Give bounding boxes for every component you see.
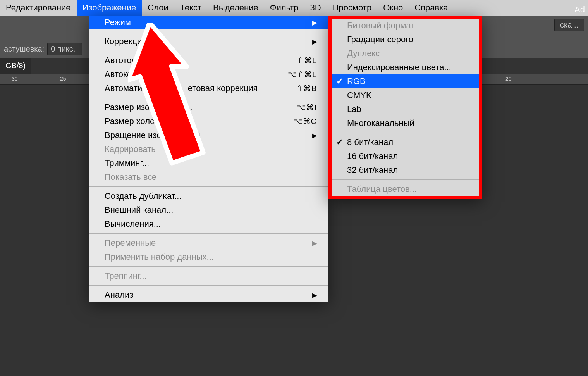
menu-item-calculations[interactable]: Вычисления... [89, 217, 328, 231]
menu-item-crop: Кадрировать [89, 142, 328, 156]
menu-view[interactable]: Просмотр [327, 0, 377, 16]
menu-item-label: Коррекци [105, 36, 142, 47]
menu-separator [89, 285, 328, 286]
menu-item-label: Lab [347, 104, 361, 114]
menu-item-label: Битовый формат [347, 21, 414, 31]
submenu-arrow-icon: ▶ [312, 240, 317, 247]
menu-item-mode[interactable]: Режим ▶ [89, 16, 328, 29]
menu-item-label: Вращение изображения [105, 130, 200, 140]
mode-item-multichannel[interactable]: Многоканальный [332, 116, 479, 130]
menu-item-image-rotation[interactable]: Вращение изображения ▶ [89, 128, 328, 142]
mode-item-color-table: Таблица цветов... [332, 182, 479, 196]
menu-layers[interactable]: Слои [142, 0, 174, 16]
mode-item-32bit[interactable]: 32 бит/канал [332, 163, 479, 177]
shortcut-text: ⇧⌘L [297, 56, 317, 65]
menu-item-reveal-all: Показать все [89, 170, 328, 184]
menu-separator [89, 51, 328, 51]
menu-edit[interactable]: Редактирование [0, 0, 77, 16]
menu-item-label: Таблица цветов... [347, 184, 417, 194]
submenu-arrow-icon: ▶ [312, 132, 317, 139]
shortcut-text: ⌥⇧⌘L [288, 70, 317, 79]
menu-item-label: Индексированные цвета... [347, 62, 451, 72]
menu-item-label: Показать все [105, 172, 156, 182]
image-menu-dropdown: Режим ▶ Коррекци ▶ Автотон ⇧⌘L Автоконтр… [89, 16, 328, 302]
mode-item-indexed-color[interactable]: Индексированные цвета... [332, 60, 479, 74]
mode-item-grayscale[interactable]: Градации серого [332, 33, 479, 47]
menu-item-label: Кадрировать [105, 144, 156, 154]
menu-item-autocolor[interactable]: Автоматическ етовая коррекция ⇧⌘B [89, 81, 328, 95]
mode-item-lab[interactable]: Lab [332, 102, 479, 116]
shortcut-text: ⌥⌘C [294, 117, 317, 126]
menubar: Редактирование Изображение Слои Текст Вы… [0, 0, 588, 16]
ruler-mark: 30 [12, 76, 18, 82]
menu-separator [89, 266, 328, 267]
menu-item-analysis[interactable]: Анализ ▶ [89, 288, 328, 302]
menu-item-apply-data-set: Применить набор данных... [89, 250, 328, 264]
checkmark-icon: ✓ [336, 137, 343, 147]
menu-item-label: Размер холста... [105, 116, 170, 126]
menu-item-label: Размер изобр .. [105, 102, 193, 112]
submenu-arrow-icon: ▶ [312, 38, 317, 45]
menu-item-label: Анализ [105, 290, 133, 300]
ruler-mark: 20 [505, 76, 512, 82]
menu-item-label: Режим [105, 17, 131, 28]
menu-item-label: Внешний канал... [105, 205, 173, 215]
feather-field[interactable] [47, 43, 82, 55]
shortcut-text: ⌥⌘I [297, 103, 317, 112]
menu-image[interactable]: Изображение [77, 0, 142, 16]
menu-item-autocontrast[interactable]: Автоконтр ⌥⇧⌘L [89, 67, 328, 81]
menu-separator [89, 233, 328, 234]
feather-label: астушевка: [4, 45, 44, 53]
menu-item-trim[interactable]: Тримминг... [89, 156, 328, 170]
mode-item-rgb[interactable]: ✓ RGB [332, 74, 479, 88]
menu-separator [89, 32, 328, 32]
mode-item-cmyk[interactable]: CMYK [332, 88, 479, 102]
submenu-arrow-icon: ▶ [312, 291, 317, 299]
menu-item-label: Многоканальный [347, 118, 414, 128]
menu-item-apply-image[interactable]: Внешний канал... [89, 203, 328, 217]
menu-filter[interactable]: Фильтр [264, 0, 304, 16]
menu-help[interactable]: Справка [409, 0, 454, 16]
menu-item-label: Автотон [105, 55, 136, 66]
menu-item-image-size[interactable]: Размер изобр .. ⌥⌘I [89, 100, 328, 114]
menu-item-label: Применить набор данных... [105, 252, 214, 262]
menu-item-label: Переменные [105, 238, 156, 248]
menu-item-label: RGB [347, 76, 366, 86]
menu-item-label: 8 бит/канал [347, 137, 393, 147]
document-tab[interactable]: GB/8) [0, 58, 31, 74]
menu-separator [89, 186, 328, 187]
menu-item-label: Автоматическ етовая коррекция [105, 83, 258, 93]
menu-item-label: CMYK [347, 90, 372, 100]
menu-item-trap: Треппинг... [89, 269, 328, 283]
menu-window[interactable]: Окно [377, 0, 409, 16]
menu-item-autotone[interactable]: Автотон ⇧⌘L [89, 53, 328, 67]
menu-separator [89, 98, 328, 98]
menu-item-label: Дуплекс [347, 48, 380, 59]
right-label: Ad [574, 5, 585, 15]
mode-item-duotone: Дуплекс [332, 47, 479, 60]
shortcut-text: ⇧⌘B [296, 84, 317, 93]
menu-separator [332, 133, 479, 133]
ruler-mark: 25 [60, 76, 66, 82]
menu-item-label: Градации серого [347, 34, 413, 45]
menu-item-adjustments[interactable]: Коррекци ▶ [89, 34, 328, 48]
mode-item-bitmap: Битовый формат [332, 19, 479, 33]
menu-text[interactable]: Текст [174, 0, 207, 16]
menu-item-label: Автоконтр [105, 69, 145, 79]
menu-item-variables: Переменные ▶ [89, 236, 328, 250]
menu-item-label: Тримминг... [105, 158, 149, 168]
menu-item-label: 16 бит/канал [347, 151, 398, 161]
menu-item-duplicate[interactable]: Создать дубликат... [89, 189, 328, 203]
menu-item-label: Создать дубликат... [105, 191, 181, 201]
mode-item-8bit[interactable]: ✓ 8 бит/канал [332, 135, 479, 149]
menu-item-label: Треппинг... [105, 271, 147, 281]
menu-3d[interactable]: 3D [304, 0, 327, 16]
menu-separator [332, 179, 479, 180]
menu-item-canvas-size[interactable]: Размер холста... ⌥⌘C [89, 114, 328, 128]
checkmark-icon: ✓ [336, 76, 343, 86]
menu-item-label: 32 бит/канал [347, 165, 398, 175]
mode-item-16bit[interactable]: 16 бит/канал [332, 149, 479, 163]
submenu-arrow-icon: ▶ [312, 19, 317, 26]
mask-button[interactable]: ска... [554, 19, 584, 31]
menu-select[interactable]: Выделение [207, 0, 264, 16]
